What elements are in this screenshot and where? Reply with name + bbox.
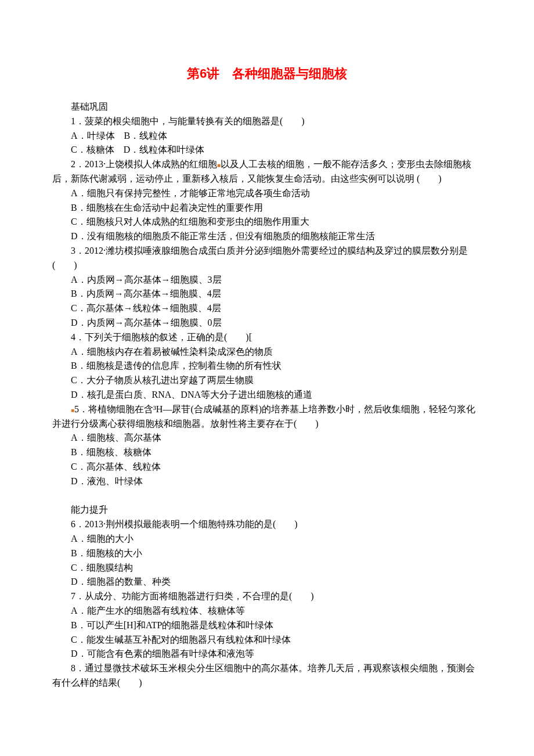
q2-opt-a: A．细胞只有保持完整性，才能够正常地完成各项生命活动 — [52, 186, 482, 201]
q4-stem: 4．下列关于细胞核的叙述，正确的是( )[ — [52, 330, 482, 345]
q3-stem: 3．2012·潍坊模拟唾液腺细胞合成蛋白质并分泌到细胞外需要经过的膜结构及穿过的… — [52, 244, 482, 273]
q6-stem: 6．2013·荆州模拟最能表明一个细胞特殊功能的是( ) — [52, 517, 482, 532]
q3-opt-a: A．内质网→高尔基体→细胞膜、3层 — [52, 273, 482, 287]
q5-opt-b: B．细胞核、核糖体 — [52, 445, 482, 460]
q3-opt-d: D．内质网→高尔基体→细胞膜、0层 — [52, 316, 482, 330]
q2-stem: 2．2013·上饶模拟人体成熟的红细胞■以及人工去核的细胞，一般不能存活多久；变… — [52, 157, 482, 186]
q1-stem: 1．菠菜的根尖细胞中，与能量转换有关的细胞器是( ) — [52, 114, 482, 129]
blank-line — [52, 489, 482, 503]
q3-opt-b: B．内质网→高尔基体→细胞膜、4层 — [52, 287, 482, 301]
section-ability-heading: 能力提升 — [52, 503, 482, 517]
q3-opt-c: C．高尔基体→线粒体→细胞膜、4层 — [52, 301, 482, 316]
q2-opt-b: B．细胞核在生命活动中起着决定性的重要作用 — [52, 201, 482, 215]
q7-opt-d: D．可能含有色素的细胞器有叶绿体和液泡等 — [52, 647, 482, 661]
q2-opt-c: C．细胞核只对人体成熟的红细胞和变形虫的细胞作用重大 — [52, 215, 482, 229]
q7-stem: 7．从成分、功能方面将细胞器进行归类，不合理的是( ) — [52, 589, 482, 604]
q5-opt-c: C．高尔基体、线粒体 — [52, 460, 482, 474]
q2-stem-a: 2．2013·上饶模拟人体成熟的红细胞 — [71, 159, 217, 169]
page-title: 第6讲 各种细胞器与细胞核 — [52, 64, 482, 84]
q7-opt-b: B．可以产生[H]和ATP的细胞器是线粒体和叶绿体 — [52, 618, 482, 633]
q4-opt-c: C．大分子物质从核孔进出穿越了两层生物膜 — [52, 373, 482, 388]
section-basic-heading: 基础巩固 — [52, 100, 482, 114]
q6-opt-d: D．细胞器的数量、种类 — [52, 575, 482, 589]
q6-opt-b: B．细胞核的大小 — [52, 546, 482, 561]
q7-opt-c: C．能发生碱基互补配对的细胞器只有线粒体和叶绿体 — [52, 633, 482, 647]
q6-opt-c: C．细胞膜结构 — [52, 561, 482, 575]
q2-opt-d: D．没有细胞核的细胞质不能正常生活，但没有细胞质的细胞核能正常生活 — [52, 229, 482, 244]
q7-opt-a: A．能产生水的细胞器有线粒体、核糖体等 — [52, 604, 482, 618]
q1-opt-ab: A．叶绿体 B．线粒体 — [52, 129, 482, 143]
q5-num: 5 — [74, 404, 79, 414]
q4-opt-b: B．细胞核是遗传的信息库，控制着生物的所有性状 — [52, 359, 482, 373]
q1-opt-cd: C．核糖体 D．线粒体和叶绿体 — [52, 143, 482, 157]
q5-stem-text: ．将植物细胞在含³H—尿苷(合成碱基的原料)的培养基上培养数小时，然后收集细胞，… — [52, 404, 475, 429]
q8-stem: 8．通过显微技术破坏玉米根尖分生区细胞中的高尔基体。培养几天后，再观察该根尖细胞… — [52, 661, 482, 690]
q5-stem: ■5．将植物细胞在含³H—尿苷(合成碱基的原料)的培养基上培养数小时，然后收集细… — [52, 402, 482, 431]
q4-opt-d: D．核孔是蛋白质、RNA、DNA等大分子进出细胞核的通道 — [52, 388, 482, 402]
q4-opt-a: A．细胞核内存在着易被碱性染料染成深色的物质 — [52, 345, 482, 359]
q5-opt-a: A．细胞核、高尔基体 — [52, 431, 482, 445]
q6-opt-a: A．细胞的大小 — [52, 532, 482, 546]
q5-opt-d: D．液泡、叶绿体 — [52, 474, 482, 489]
